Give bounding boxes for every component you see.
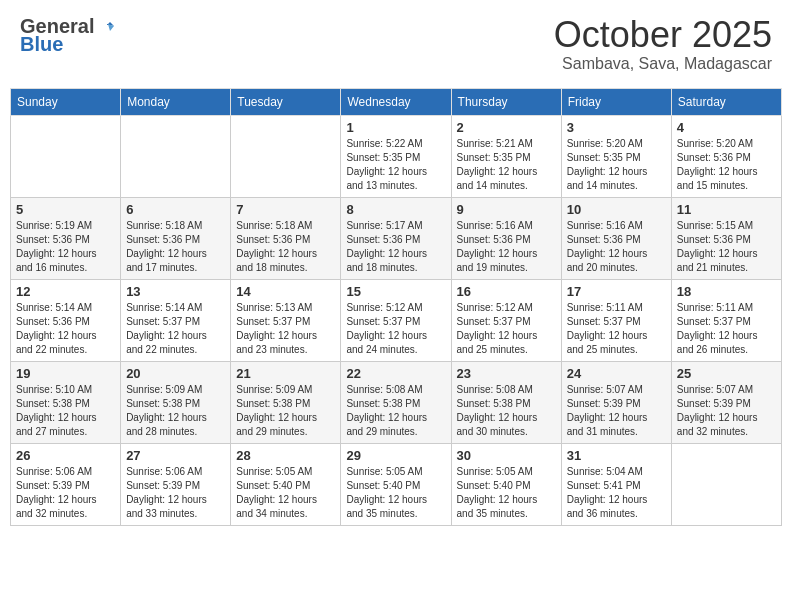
svg-marker-1 bbox=[108, 24, 114, 31]
calendar-cell: 2Sunrise: 5:21 AM Sunset: 5:35 PM Daylig… bbox=[451, 115, 561, 197]
day-number: 1 bbox=[346, 120, 445, 135]
weekday-header-thursday: Thursday bbox=[451, 88, 561, 115]
day-number: 6 bbox=[126, 202, 225, 217]
day-info: Sunrise: 5:17 AM Sunset: 5:36 PM Dayligh… bbox=[346, 219, 445, 275]
calendar-header-row: SundayMondayTuesdayWednesdayThursdayFrid… bbox=[11, 88, 782, 115]
day-info: Sunrise: 5:16 AM Sunset: 5:36 PM Dayligh… bbox=[567, 219, 666, 275]
calendar-cell: 5Sunrise: 5:19 AM Sunset: 5:36 PM Daylig… bbox=[11, 197, 121, 279]
day-info: Sunrise: 5:05 AM Sunset: 5:40 PM Dayligh… bbox=[346, 465, 445, 521]
day-info: Sunrise: 5:18 AM Sunset: 5:36 PM Dayligh… bbox=[126, 219, 225, 275]
calendar-cell: 13Sunrise: 5:14 AM Sunset: 5:37 PM Dayli… bbox=[121, 279, 231, 361]
calendar-cell bbox=[121, 115, 231, 197]
calendar-cell: 9Sunrise: 5:16 AM Sunset: 5:36 PM Daylig… bbox=[451, 197, 561, 279]
calendar-cell: 25Sunrise: 5:07 AM Sunset: 5:39 PM Dayli… bbox=[671, 361, 781, 443]
day-number: 12 bbox=[16, 284, 115, 299]
weekday-header-wednesday: Wednesday bbox=[341, 88, 451, 115]
day-number: 18 bbox=[677, 284, 776, 299]
calendar-cell: 7Sunrise: 5:18 AM Sunset: 5:36 PM Daylig… bbox=[231, 197, 341, 279]
day-info: Sunrise: 5:13 AM Sunset: 5:37 PM Dayligh… bbox=[236, 301, 335, 357]
calendar-cell: 12Sunrise: 5:14 AM Sunset: 5:36 PM Dayli… bbox=[11, 279, 121, 361]
day-number: 23 bbox=[457, 366, 556, 381]
calendar-cell: 10Sunrise: 5:16 AM Sunset: 5:36 PM Dayli… bbox=[561, 197, 671, 279]
calendar-cell: 16Sunrise: 5:12 AM Sunset: 5:37 PM Dayli… bbox=[451, 279, 561, 361]
day-info: Sunrise: 5:21 AM Sunset: 5:35 PM Dayligh… bbox=[457, 137, 556, 193]
day-number: 4 bbox=[677, 120, 776, 135]
calendar-cell: 8Sunrise: 5:17 AM Sunset: 5:36 PM Daylig… bbox=[341, 197, 451, 279]
weekday-header-monday: Monday bbox=[121, 88, 231, 115]
calendar-week-5: 26Sunrise: 5:06 AM Sunset: 5:39 PM Dayli… bbox=[11, 443, 782, 525]
day-number: 8 bbox=[346, 202, 445, 217]
calendar-cell: 29Sunrise: 5:05 AM Sunset: 5:40 PM Dayli… bbox=[341, 443, 451, 525]
calendar-cell: 11Sunrise: 5:15 AM Sunset: 5:36 PM Dayli… bbox=[671, 197, 781, 279]
calendar-week-4: 19Sunrise: 5:10 AM Sunset: 5:38 PM Dayli… bbox=[11, 361, 782, 443]
day-info: Sunrise: 5:11 AM Sunset: 5:37 PM Dayligh… bbox=[567, 301, 666, 357]
calendar-cell: 1Sunrise: 5:22 AM Sunset: 5:35 PM Daylig… bbox=[341, 115, 451, 197]
calendar-cell: 26Sunrise: 5:06 AM Sunset: 5:39 PM Dayli… bbox=[11, 443, 121, 525]
month-title: October 2025 bbox=[554, 15, 772, 55]
day-info: Sunrise: 5:07 AM Sunset: 5:39 PM Dayligh… bbox=[567, 383, 666, 439]
day-number: 22 bbox=[346, 366, 445, 381]
day-number: 19 bbox=[16, 366, 115, 381]
day-number: 20 bbox=[126, 366, 225, 381]
calendar-cell bbox=[11, 115, 121, 197]
day-info: Sunrise: 5:05 AM Sunset: 5:40 PM Dayligh… bbox=[457, 465, 556, 521]
day-info: Sunrise: 5:20 AM Sunset: 5:36 PM Dayligh… bbox=[677, 137, 776, 193]
calendar-body: 1Sunrise: 5:22 AM Sunset: 5:35 PM Daylig… bbox=[11, 115, 782, 525]
day-info: Sunrise: 5:08 AM Sunset: 5:38 PM Dayligh… bbox=[346, 383, 445, 439]
day-number: 17 bbox=[567, 284, 666, 299]
day-number: 2 bbox=[457, 120, 556, 135]
location-title: Sambava, Sava, Madagascar bbox=[554, 55, 772, 73]
day-number: 15 bbox=[346, 284, 445, 299]
day-info: Sunrise: 5:12 AM Sunset: 5:37 PM Dayligh… bbox=[346, 301, 445, 357]
calendar-cell: 3Sunrise: 5:20 AM Sunset: 5:35 PM Daylig… bbox=[561, 115, 671, 197]
day-number: 24 bbox=[567, 366, 666, 381]
day-info: Sunrise: 5:09 AM Sunset: 5:38 PM Dayligh… bbox=[126, 383, 225, 439]
day-info: Sunrise: 5:14 AM Sunset: 5:36 PM Dayligh… bbox=[16, 301, 115, 357]
weekday-header-saturday: Saturday bbox=[671, 88, 781, 115]
day-info: Sunrise: 5:07 AM Sunset: 5:39 PM Dayligh… bbox=[677, 383, 776, 439]
calendar-week-1: 1Sunrise: 5:22 AM Sunset: 5:35 PM Daylig… bbox=[11, 115, 782, 197]
calendar-cell: 20Sunrise: 5:09 AM Sunset: 5:38 PM Dayli… bbox=[121, 361, 231, 443]
day-number: 25 bbox=[677, 366, 776, 381]
day-number: 14 bbox=[236, 284, 335, 299]
calendar-cell: 17Sunrise: 5:11 AM Sunset: 5:37 PM Dayli… bbox=[561, 279, 671, 361]
calendar-cell: 23Sunrise: 5:08 AM Sunset: 5:38 PM Dayli… bbox=[451, 361, 561, 443]
day-number: 30 bbox=[457, 448, 556, 463]
day-info: Sunrise: 5:10 AM Sunset: 5:38 PM Dayligh… bbox=[16, 383, 115, 439]
calendar-week-3: 12Sunrise: 5:14 AM Sunset: 5:36 PM Dayli… bbox=[11, 279, 782, 361]
day-number: 13 bbox=[126, 284, 225, 299]
day-number: 9 bbox=[457, 202, 556, 217]
calendar-week-2: 5Sunrise: 5:19 AM Sunset: 5:36 PM Daylig… bbox=[11, 197, 782, 279]
title-section: October 2025 Sambava, Sava, Madagascar bbox=[554, 15, 772, 73]
page-header: General Blue October 2025 Sambava, Sava,… bbox=[10, 10, 782, 78]
day-info: Sunrise: 5:11 AM Sunset: 5:37 PM Dayligh… bbox=[677, 301, 776, 357]
day-number: 11 bbox=[677, 202, 776, 217]
logo-blue: Blue bbox=[20, 33, 114, 55]
weekday-header-friday: Friday bbox=[561, 88, 671, 115]
calendar-cell: 27Sunrise: 5:06 AM Sunset: 5:39 PM Dayli… bbox=[121, 443, 231, 525]
calendar-cell: 6Sunrise: 5:18 AM Sunset: 5:36 PM Daylig… bbox=[121, 197, 231, 279]
calendar-cell: 14Sunrise: 5:13 AM Sunset: 5:37 PM Dayli… bbox=[231, 279, 341, 361]
day-info: Sunrise: 5:20 AM Sunset: 5:35 PM Dayligh… bbox=[567, 137, 666, 193]
day-info: Sunrise: 5:18 AM Sunset: 5:36 PM Dayligh… bbox=[236, 219, 335, 275]
day-info: Sunrise: 5:06 AM Sunset: 5:39 PM Dayligh… bbox=[16, 465, 115, 521]
calendar-cell: 18Sunrise: 5:11 AM Sunset: 5:37 PM Dayli… bbox=[671, 279, 781, 361]
day-info: Sunrise: 5:19 AM Sunset: 5:36 PM Dayligh… bbox=[16, 219, 115, 275]
day-number: 21 bbox=[236, 366, 335, 381]
day-info: Sunrise: 5:14 AM Sunset: 5:37 PM Dayligh… bbox=[126, 301, 225, 357]
day-info: Sunrise: 5:12 AM Sunset: 5:37 PM Dayligh… bbox=[457, 301, 556, 357]
day-number: 29 bbox=[346, 448, 445, 463]
day-number: 10 bbox=[567, 202, 666, 217]
day-info: Sunrise: 5:09 AM Sunset: 5:38 PM Dayligh… bbox=[236, 383, 335, 439]
calendar-cell: 4Sunrise: 5:20 AM Sunset: 5:36 PM Daylig… bbox=[671, 115, 781, 197]
calendar-cell: 28Sunrise: 5:05 AM Sunset: 5:40 PM Dayli… bbox=[231, 443, 341, 525]
calendar-cell: 24Sunrise: 5:07 AM Sunset: 5:39 PM Dayli… bbox=[561, 361, 671, 443]
calendar-cell bbox=[671, 443, 781, 525]
calendar-cell: 31Sunrise: 5:04 AM Sunset: 5:41 PM Dayli… bbox=[561, 443, 671, 525]
calendar-table: SundayMondayTuesdayWednesdayThursdayFrid… bbox=[10, 88, 782, 526]
day-info: Sunrise: 5:15 AM Sunset: 5:36 PM Dayligh… bbox=[677, 219, 776, 275]
day-number: 28 bbox=[236, 448, 335, 463]
day-info: Sunrise: 5:08 AM Sunset: 5:38 PM Dayligh… bbox=[457, 383, 556, 439]
weekday-header-sunday: Sunday bbox=[11, 88, 121, 115]
day-info: Sunrise: 5:22 AM Sunset: 5:35 PM Dayligh… bbox=[346, 137, 445, 193]
